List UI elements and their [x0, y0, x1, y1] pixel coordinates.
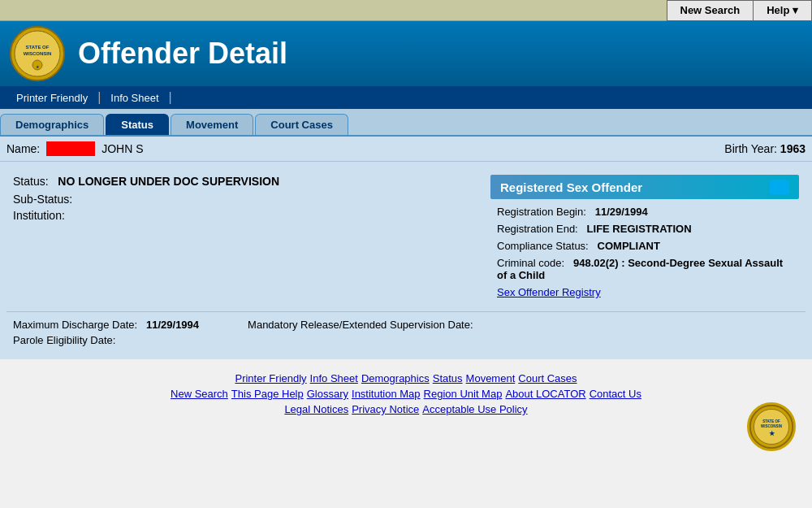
dates-line2: Parole Eligibility Date: — [13, 334, 799, 346]
footer-privacy-notice[interactable]: Privacy Notice — [352, 403, 419, 415]
top-bar: New Search Help ▾ — [0, 0, 812, 21]
reg-begin-label: Registration Begin: — [497, 206, 586, 218]
footer-demographics[interactable]: Demographics — [361, 372, 430, 384]
dates-line1: Maximum Discharge Date: 11/29/1994 Manda… — [13, 319, 799, 331]
max-discharge-item: Maximum Discharge Date: 11/29/1994 — [13, 319, 199, 331]
footer-court-cases[interactable]: Court Cases — [518, 372, 577, 384]
mandatory-release-item: Mandatory Release/Extended Supervision D… — [248, 319, 473, 331]
footer-links-row3: Legal Notices Privacy Notice Acceptable … — [0, 403, 812, 415]
page-title: Offender Detail — [78, 37, 287, 71]
sex-offender-registry-link[interactable]: Sex Offender Registry — [497, 286, 601, 298]
footer-links-row2: New Search This Page Help Glossary Insti… — [0, 388, 812, 400]
reg-end-value: LIFE REGISTRATION — [587, 223, 692, 235]
footer-region-unit-map[interactable]: Region Unit Map — [424, 388, 503, 400]
tab-movement[interactable]: Movement — [171, 114, 253, 135]
content-area: Status: NO LONGER UNDER DOC SUPERVISION … — [0, 162, 812, 359]
tab-court-cases[interactable]: Court Cases — [255, 114, 348, 135]
name-left: Name: JOHN S — [6, 141, 144, 156]
new-search-button[interactable]: New Search — [667, 0, 754, 21]
tab-status[interactable]: Status — [106, 114, 169, 135]
wi-seal-logo: STATE OF WISCONSIN ★ — [10, 26, 65, 81]
institution-label: Institution: — [13, 209, 65, 222]
left-panel: Status: NO LONGER UNDER DOC SUPERVISION … — [13, 175, 484, 305]
birth-year-value: 1963 — [780, 142, 806, 155]
compliance-value: COMPLIANT — [598, 240, 660, 252]
footer-new-search[interactable]: New Search — [171, 388, 228, 400]
institution-row: Institution: — [13, 209, 484, 222]
nav-info-sheet[interactable]: Info Sheet — [101, 89, 168, 107]
page-header: STATE OF WISCONSIN ★ Offender Detail — [0, 21, 812, 86]
name-label: Name: — [6, 142, 40, 155]
nav-printer-friendly[interactable]: Printer Friendly — [6, 89, 97, 107]
reg-begin-value: 11/29/1994 — [595, 206, 648, 218]
tabs-bar: Demographics Status Movement Court Cases — [0, 109, 812, 137]
footer-movement[interactable]: Movement — [466, 372, 516, 384]
svg-text:WISCONSIN: WISCONSIN — [761, 424, 782, 428]
status-label: Status: — [13, 175, 49, 188]
status-row: Status: NO LONGER UNDER DOC SUPERVISION — [13, 175, 484, 188]
footer-glossary[interactable]: Glossary — [307, 388, 348, 400]
footer-contact-us[interactable]: Contact Us — [590, 388, 641, 400]
footer-legal-notices[interactable]: Legal Notices — [284, 403, 348, 415]
top-bar-buttons: New Search Help ▾ — [667, 0, 813, 21]
birth-year-label: Birth Year: — [724, 142, 777, 155]
help-button[interactable]: Help ▾ — [753, 0, 812, 21]
sex-offender-title: Registered Sex Offender — [500, 180, 642, 194]
registry-link-row: Sex Offender Registry — [497, 286, 793, 298]
criminal-row: Criminal code: 948.02(2) : Second-Degree… — [497, 257, 793, 281]
footer-acceptable-use-policy[interactable]: Acceptable Use Policy — [422, 403, 527, 415]
nav-bar: Printer Friendly | Info Sheet | — [0, 86, 812, 109]
footer-links-row1: Printer Friendly Info Sheet Demographics… — [0, 372, 812, 384]
substatus-row: Sub-Status: — [13, 193, 484, 206]
sex-offender-header: Registered Sex Offender — [490, 175, 799, 199]
main-section: Status: NO LONGER UNDER DOC SUPERVISION … — [6, 168, 806, 311]
svg-text:STATE OF: STATE OF — [762, 419, 780, 423]
name-value: JOHN S — [102, 142, 143, 155]
name-row: Name: JOHN S Birth Year: 1963 — [0, 137, 812, 162]
svg-text:★: ★ — [769, 430, 775, 437]
mandatory-release-label: Mandatory Release/Extended Supervision D… — [248, 319, 473, 331]
substatus-label: Sub-Status: — [13, 193, 72, 206]
criminal-label: Criminal code: — [497, 257, 564, 269]
reg-end-row: Registration End: LIFE REGISTRATION — [497, 223, 793, 235]
footer: Printer Friendly Info Sheet Demographics… — [0, 359, 812, 458]
birth-year: Birth Year: 1963 — [724, 142, 806, 155]
nav-sep-2: | — [169, 90, 172, 105]
criminal-code: 948.02(2) — [573, 257, 619, 269]
footer-info-sheet[interactable]: Info Sheet — [310, 372, 358, 384]
reg-begin-row: Registration Begin: 11/29/1994 — [497, 206, 793, 218]
parole-label: Parole Eligibility Date: — [13, 334, 115, 346]
sex-offender-body: Registration Begin: 11/29/1994 Registrat… — [490, 199, 799, 305]
footer-about-locator[interactable]: About LOCATOR — [505, 388, 585, 400]
svg-text:WISCONSIN: WISCONSIN — [24, 51, 52, 56]
reg-end-label: Registration End: — [497, 223, 578, 235]
footer-logo-area: STATE OF WISCONSIN ★ — [0, 419, 812, 451]
status-value: NO LONGER UNDER DOC SUPERVISION — [58, 175, 279, 188]
footer-this-page-help[interactable]: This Page Help — [231, 388, 304, 400]
dates-row: Maximum Discharge Date: 11/29/1994 Manda… — [6, 311, 806, 353]
footer-institution-map[interactable]: Institution Map — [352, 388, 421, 400]
compliance-row: Compliance Status: COMPLIANT — [497, 240, 793, 252]
tab-demographics[interactable]: Demographics — [0, 114, 104, 135]
svg-text:STATE OF: STATE OF — [26, 45, 50, 50]
max-discharge-value: 11/29/1994 — [146, 319, 199, 331]
name-redacted — [46, 141, 95, 156]
footer-printer-friendly[interactable]: Printer Friendly — [235, 372, 306, 384]
footer-status[interactable]: Status — [433, 372, 463, 384]
right-panel: Registered Sex Offender Registration Beg… — [490, 175, 799, 305]
max-discharge-label: Maximum Discharge Date: — [13, 319, 137, 331]
footer-wi-seal: STATE OF WISCONSIN ★ — [747, 402, 796, 451]
compliance-label: Compliance Status: — [497, 240, 589, 252]
